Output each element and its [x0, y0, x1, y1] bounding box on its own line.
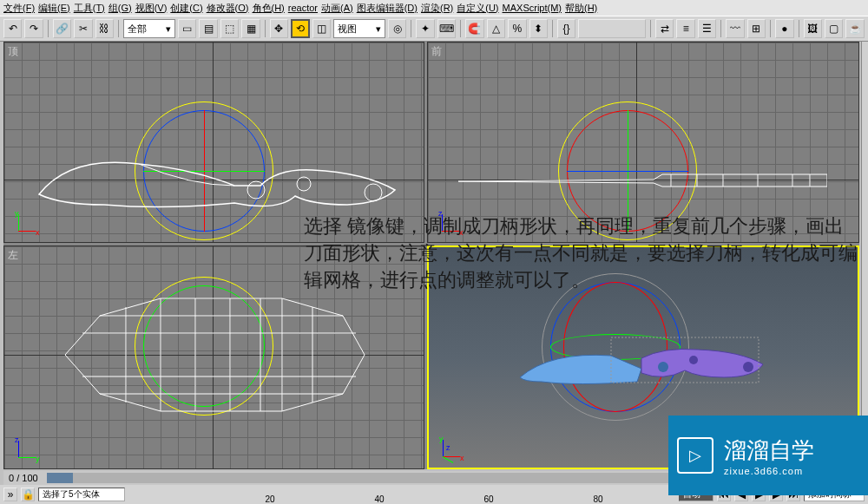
menu-grapheditors[interactable]: 图表编辑器(D): [357, 2, 418, 15]
menu-edit[interactable]: 编辑(E): [38, 2, 70, 15]
selection-filter-dropdown[interactable]: 全部▾: [123, 19, 175, 38]
selection-set-field[interactable]: [578, 19, 646, 38]
axis-label-z: z: [15, 435, 19, 444]
axis-tripod-left: z y: [13, 437, 39, 463]
curve-editor-button[interactable]: 〰: [726, 19, 744, 38]
menu-help[interactable]: 帮助(H): [565, 2, 597, 15]
menu-character[interactable]: 角色(H): [253, 2, 285, 15]
viewport-label-top: 顶: [8, 44, 18, 59]
svg-point-3: [658, 362, 668, 372]
ref-coord-dropdown[interactable]: 视图▾: [333, 19, 385, 38]
selection-status: 选择了5个实体: [38, 488, 125, 501]
axis-label-y: y: [15, 209, 19, 218]
menu-file[interactable]: 文件(F): [3, 2, 35, 15]
wireframe-handle-left: [56, 281, 369, 429]
svg-point-5: [743, 362, 753, 372]
tick-40: 40: [375, 494, 385, 504]
chevron-down-icon: ▾: [166, 23, 171, 35]
play-icon: ▷: [677, 437, 713, 474]
menu-tools[interactable]: 工具(T): [74, 2, 105, 15]
select-button[interactable]: ▭: [178, 19, 196, 38]
material-editor-button[interactable]: ●: [775, 19, 793, 38]
rotate-button[interactable]: ⟲: [291, 19, 309, 38]
keyboard-shortcut-button[interactable]: ⌨: [437, 19, 456, 38]
maxscript-mini-button[interactable]: »: [3, 488, 17, 501]
window-crossing-button[interactable]: ▦: [241, 19, 260, 38]
main-toolbar: ↶ ↷ 🔗 ✂ ⛓ 全部▾ ▭ ▤ ⬚ ▦ ✥ ⟲ ◫ 视图▾ ◎ ✦ ⌨ 🧲 …: [0, 16, 868, 42]
axis-tripod-top: y x: [13, 211, 39, 237]
angle-snap-button[interactable]: △: [487, 19, 505, 38]
menu-modifiers[interactable]: 修改器(O): [207, 2, 249, 15]
rect-select-button[interactable]: ⬚: [220, 19, 239, 38]
menu-reactor[interactable]: reactor: [288, 3, 318, 13]
axis-label-x: x: [460, 454, 464, 462]
tick-20: 20: [266, 494, 275, 504]
selection-filter-value: 全部: [128, 23, 147, 36]
undo-button[interactable]: ↶: [3, 19, 22, 38]
axis-tripod-perspective: y x z: [437, 436, 464, 462]
watermark-banner: ▷ 溜溜自学 zixue.3d66.com: [668, 416, 868, 495]
axis-label-z: z: [446, 443, 450, 452]
menu-rendering[interactable]: 渲染(R): [421, 2, 453, 15]
layers-button[interactable]: ☰: [698, 19, 716, 38]
time-display: 0 / 100: [9, 473, 38, 483]
lock-icon[interactable]: 🔒: [21, 488, 35, 501]
menu-group[interactable]: 组(G): [108, 2, 132, 15]
align-button[interactable]: ≡: [676, 19, 694, 38]
menu-animation[interactable]: 动画(A): [321, 2, 353, 15]
snap-toggle-button[interactable]: 🧲: [465, 19, 483, 38]
menu-views[interactable]: 视图(V): [135, 2, 168, 15]
ref-coord-value: 视图: [338, 23, 357, 36]
command-panel[interactable]: [861, 42, 868, 469]
unlink-button[interactable]: ✂: [74, 19, 92, 38]
axis-label-x: x: [36, 228, 40, 237]
watermark-url: zixue.3d66.com: [724, 466, 814, 476]
axis-label-y: y: [439, 435, 444, 443]
wireframe-knife-front: [454, 164, 827, 199]
viewport-label-front: 前: [431, 44, 442, 59]
viewport-label-left: 左: [8, 248, 18, 263]
menu-bar: 文件(F) 编辑(E) 工具(T) 组(G) 视图(V) 创建(C) 修改器(O…: [0, 0, 868, 16]
tick-60: 60: [484, 494, 494, 504]
redo-button[interactable]: ↷: [24, 19, 43, 38]
gizmo-axis-green: [143, 171, 265, 172]
axis-label-y: y: [36, 455, 40, 463]
menu-create[interactable]: 创建(C): [170, 2, 202, 15]
quick-render-button[interactable]: ☕: [845, 19, 864, 38]
watermark-title: 溜溜自学: [724, 435, 814, 466]
select-name-button[interactable]: ▤: [199, 19, 217, 38]
bind-button[interactable]: ⛓: [95, 19, 114, 38]
chevron-down-icon: ▾: [376, 23, 381, 35]
move-button[interactable]: ✥: [270, 19, 288, 38]
link-button[interactable]: 🔗: [53, 19, 71, 38]
named-sets-button[interactable]: {}: [557, 19, 575, 38]
mirror-button[interactable]: ⇄: [655, 19, 674, 38]
rotation-gizmo[interactable]: [143, 110, 265, 232]
percent-snap-button[interactable]: %: [508, 19, 526, 38]
scale-button[interactable]: ◫: [312, 19, 331, 38]
model-knife-3d: [516, 334, 767, 395]
menu-customize[interactable]: 自定义(U): [457, 2, 498, 15]
render-scene-button[interactable]: 🖼: [804, 19, 822, 38]
spinner-snap-button[interactable]: ⬍: [529, 19, 548, 38]
instruction-overlay: 选择 镜像键，调制成刀柄形状，再同理，重复前几个步骤，画出刀面形状，注意，这次有…: [304, 213, 859, 293]
tick-80: 80: [594, 494, 603, 504]
schematic-view-button[interactable]: ⊞: [747, 19, 766, 38]
render-type-button[interactable]: ▢: [825, 19, 843, 38]
menu-maxscript[interactable]: MAXScript(M): [503, 3, 562, 13]
svg-point-4: [689, 356, 698, 364]
pivot-button[interactable]: ◎: [388, 19, 406, 38]
manipulate-button[interactable]: ✦: [416, 19, 434, 38]
